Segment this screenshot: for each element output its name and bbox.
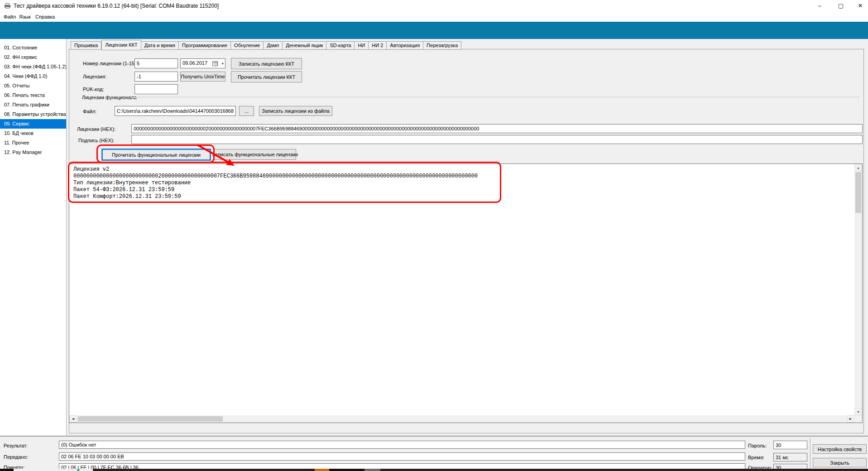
result-value[interactable] bbox=[59, 441, 745, 449]
license-number-label: Номер лицензии (1-15) bbox=[83, 61, 136, 66]
scroll-down-icon[interactable]: ▼ bbox=[854, 408, 862, 415]
minimize-icon[interactable]: – bbox=[812, 0, 827, 12]
sidebar-item-checks[interactable]: 04. Чеки (ФФД 1.0) bbox=[0, 72, 66, 81]
sidebar-item-service[interactable]: 09. Сервис bbox=[0, 119, 66, 129]
password-label: Пароль: bbox=[748, 443, 767, 448]
sidebar-item-state[interactable]: 01. Состояние bbox=[0, 43, 66, 53]
scrollbar-corner bbox=[854, 415, 862, 423]
puk-input[interactable] bbox=[134, 84, 178, 94]
settings-button[interactable]: Настройка свойств bbox=[813, 444, 867, 454]
printer-icon bbox=[4, 3, 11, 9]
sidebar-item-pay-manager[interactable]: 12. Pay Manager bbox=[0, 148, 66, 157]
date-value: 09.06.2017 bbox=[182, 60, 207, 66]
tab-reset[interactable]: Обнуление bbox=[231, 41, 264, 50]
sidebar: 01. Состояние 02. ФН сервис 03. ФН чеки … bbox=[0, 39, 67, 436]
app-window: Тест драйвера кассовой техники 6.19.0.12… bbox=[0, 0, 868, 471]
time-value bbox=[773, 453, 807, 461]
output-line: Лицензия v2 bbox=[73, 166, 109, 173]
write-licenses-from-file-button[interactable]: Записать лицензии из файла bbox=[259, 106, 332, 116]
close-app-button[interactable]: Закрыть bbox=[813, 458, 867, 467]
tab-firmware[interactable]: Прошивка bbox=[71, 41, 101, 50]
vertical-scroll-thumb[interactable] bbox=[855, 172, 861, 213]
maximize-icon[interactable]: ▢ bbox=[833, 0, 849, 12]
date-picker[interactable]: 09.06.2017 ▼ bbox=[180, 58, 225, 68]
tab-reboot[interactable]: Перезагрузка bbox=[423, 41, 461, 50]
sent-value[interactable] bbox=[59, 452, 745, 461]
signature-hex-input[interactable] bbox=[131, 135, 863, 144]
file-path-input[interactable] bbox=[115, 106, 236, 116]
sidebar-item-print-text[interactable]: 06. Печать текста bbox=[0, 91, 66, 100]
scroll-up-icon[interactable]: ▲ bbox=[854, 164, 862, 171]
license-input[interactable] bbox=[134, 72, 178, 82]
scroll-right-icon[interactable]: ▶ bbox=[847, 415, 854, 423]
tab-ni2[interactable]: НИ 2 bbox=[369, 41, 387, 50]
sent-label: Передано: bbox=[4, 454, 28, 460]
tab-date-time[interactable]: Дата и время bbox=[141, 41, 179, 50]
horizontal-scroll-thumb[interactable] bbox=[78, 416, 223, 422]
sidebar-item-print-graphics[interactable]: 07. Печать графики bbox=[0, 100, 66, 110]
scroll-left-icon[interactable]: ◀ bbox=[69, 415, 77, 423]
output-area[interactable]: Лицензия v2 0000000000000000000000000020… bbox=[69, 163, 863, 423]
date-dropdown-icon[interactable]: ▼ bbox=[221, 62, 224, 65]
tab-sd-card[interactable]: SD-карта bbox=[326, 41, 355, 50]
tab-cash-drawer[interactable]: Денежный ящик bbox=[283, 41, 326, 50]
sidebar-item-fn-service[interactable]: 02. ФН сервис bbox=[0, 53, 66, 62]
file-label: Файл: bbox=[83, 109, 96, 114]
output-line: Пакет 54-ФЗ:2026.12.31 23:59:59 bbox=[73, 187, 174, 193]
licenses-hex-input[interactable] bbox=[131, 124, 863, 133]
signature-hex-label: Подпись (HEX): bbox=[78, 138, 115, 143]
func-licenses-group-label: Лицензии функционала bbox=[82, 95, 137, 100]
calendar-icon[interactable] bbox=[212, 61, 218, 66]
tab-dump[interactable]: Дамп bbox=[264, 41, 283, 50]
result-label: Результат: bbox=[4, 443, 28, 448]
tab-authorization[interactable]: Авторизация bbox=[387, 41, 423, 50]
status-vertical-divider bbox=[810, 438, 810, 471]
window-title: Тест драйвера кассовой техники 6.19.0.12… bbox=[14, 0, 219, 12]
close-icon[interactable]: ✕ bbox=[853, 0, 868, 12]
licenses-hex-label: Лицензии (HEX): bbox=[77, 126, 115, 132]
get-unixtime-button[interactable]: Получить UnixTime bbox=[180, 72, 225, 82]
license-label: Лицензия: bbox=[83, 74, 106, 79]
menu-bar: Файл Язык Справка bbox=[0, 12, 868, 22]
tab-kkt-licenses[interactable]: Лицензии ККТ bbox=[101, 40, 141, 50]
write-func-licenses-button[interactable]: Записать функциональные лицензии bbox=[214, 149, 296, 160]
browse-button[interactable]: ... bbox=[239, 106, 254, 116]
sidebar-item-fn-checks[interactable]: 03. ФН чеки (ФФД 1.05-1.2) bbox=[0, 62, 66, 72]
tab-ni[interactable]: НИ bbox=[355, 41, 369, 50]
time-label: Время: bbox=[748, 455, 764, 460]
license-number-input[interactable] bbox=[134, 58, 178, 68]
sidebar-item-other[interactable]: 11. Прочее bbox=[0, 138, 66, 148]
read-kkt-licenses-button[interactable]: Прочитать лицензии ККТ bbox=[231, 71, 302, 82]
sidebar-item-reports[interactable]: 05. Отчеты bbox=[0, 81, 66, 91]
taskbar-app-icon[interactable] bbox=[77, 469, 80, 471]
menu-help[interactable]: Справка bbox=[33, 12, 58, 22]
tab-bar: Прошивка Лицензии ККТ Дата и время Прогр… bbox=[71, 40, 461, 50]
sidebar-item-device-params[interactable]: 08. Параметры устройства bbox=[0, 110, 66, 119]
group-divider bbox=[133, 97, 859, 97]
puk-label: PUK-код: bbox=[83, 87, 104, 92]
output-line: 0000000000000000000000000020000000000000… bbox=[73, 173, 478, 179]
output-line: Пакет Комфорт:2026.12.31 23:59:59 bbox=[73, 193, 181, 200]
header-band: R 2 electro bbox=[0, 22, 868, 39]
sidebar-item-check-db[interactable]: 10. БД чеков bbox=[0, 129, 66, 138]
output-line: Тип лицензии:Внутреннее тестирование bbox=[73, 180, 191, 186]
tab-programming[interactable]: Программирование bbox=[179, 41, 231, 50]
password-input[interactable] bbox=[773, 441, 807, 449]
title-bar: Тест драйвера кассовой техники 6.19.0.12… bbox=[0, 0, 868, 12]
menu-language[interactable]: Язык bbox=[16, 12, 34, 22]
taskbar-strip[interactable] bbox=[0, 469, 868, 471]
write-kkt-license-button[interactable]: Записать лицензию ККТ bbox=[231, 58, 302, 69]
read-func-licenses-button[interactable]: Прочитать функциональные лицензии bbox=[101, 149, 211, 161]
